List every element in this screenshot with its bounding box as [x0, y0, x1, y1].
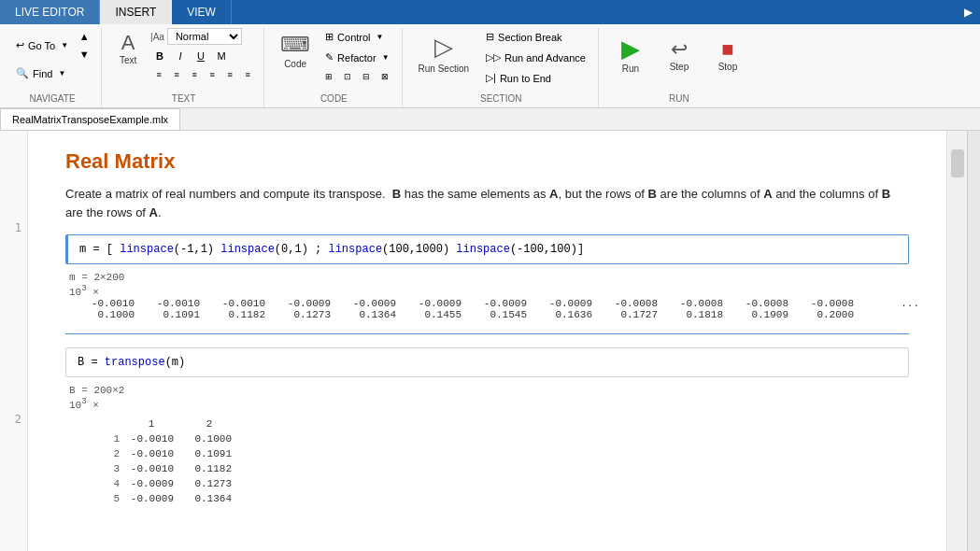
underline-button[interactable]: U	[192, 48, 210, 64]
indent-btn-3[interactable]: ≡	[186, 67, 203, 82]
text-big-button[interactable]: A Text	[111, 28, 145, 70]
run-button[interactable]: ▶ Run	[608, 28, 653, 80]
goto-arrow-icon: ▼	[61, 41, 68, 49]
text-label: TEXT	[111, 90, 256, 104]
side-panel	[967, 131, 980, 551]
indent-btn-1[interactable]: ≡	[150, 67, 167, 82]
table-row: 5 -0.0009 0.1364	[71, 492, 243, 505]
expand-icon[interactable]: ▶	[956, 0, 980, 24]
right-panel	[946, 131, 967, 551]
step-icon: ↩	[671, 37, 688, 62]
table-row: 1 -0.0010 0.1000	[71, 432, 243, 445]
tab-live-editor[interactable]: LIVE EDITOR	[0, 0, 100, 24]
document-tab[interactable]: RealMatrixTransposeExample.mlx	[0, 108, 180, 130]
navigate-up-button[interactable]: ▲	[75, 28, 93, 45]
indent-btn-5[interactable]: ≡	[221, 67, 238, 82]
tab-bar: LIVE EDITOR INSERT VIEW ▶	[0, 0, 980, 24]
output-2: B = 200×2 103 × 1 2 1 -0.0010 0.1000	[65, 385, 909, 508]
code-line-1: m = [ linspace(-1,1) linspace(0,1) ; lin…	[79, 243, 897, 256]
scrollbar-thumb[interactable]	[951, 149, 964, 177]
text-icon: A	[121, 33, 135, 53]
run-to-end-button[interactable]: ▷| Run to End	[481, 69, 590, 87]
table-row: 2 -0.0010 0.1091	[71, 447, 243, 460]
code-cell-2[interactable]: B = transpose(m)	[65, 347, 909, 377]
navigate-down-button[interactable]: ▼	[75, 46, 93, 63]
find-icon: 🔍	[16, 67, 29, 79]
code-cell-1[interactable]: m = [ linspace(-1,1) linspace(0,1) ; lin…	[65, 234, 909, 264]
output-1: m = 2×200 103 × -0.0010 -0.0010 -0.0010 …	[65, 272, 909, 320]
run-section-icon: ▷	[434, 33, 453, 62]
tab-insert[interactable]: INSERT	[100, 0, 172, 24]
section-label: SECTION	[412, 90, 590, 104]
run-advance-icon: ▷▷	[486, 51, 501, 64]
code-indent-3[interactable]: ⊟	[358, 69, 375, 84]
run-label: RUN	[608, 90, 750, 104]
output-dim-1: m = 2×200	[69, 272, 909, 283]
code-indent-4[interactable]: ⊠	[376, 69, 393, 84]
italic-button[interactable]: I	[171, 48, 190, 64]
table-row: 4 -0.0009 0.1273	[71, 477, 243, 490]
output-row-2: 0.1000 0.1091 0.1182 0.1273 0.1364 0.145…	[69, 309, 909, 320]
section-break-icon: ⊟	[486, 31, 494, 43]
code-icon: ⌨	[280, 33, 310, 57]
document-paragraph: Create a matrix of real numbers and comp…	[65, 185, 909, 221]
section-break-button[interactable]: ⊟ Section Break	[481, 28, 590, 46]
table-row: 3 -0.0010 0.1182	[71, 462, 243, 475]
monospace-button[interactable]: M	[212, 48, 231, 64]
tab-view[interactable]: VIEW	[172, 0, 232, 24]
code-line-2: B = transpose(m)	[78, 356, 897, 369]
matrix-table: 1 2 1 -0.0010 0.1000 2 -0.0010 0.1091	[69, 416, 245, 507]
control-icon: ⊞	[325, 31, 334, 43]
run-section-button[interactable]: ▷ Run Section	[412, 28, 476, 78]
style-label: |Aa	[150, 32, 164, 42]
code-button[interactable]: ⌨ Code	[274, 28, 317, 74]
output-row-1: -0.0010 -0.0010 -0.0010 -0.0009 -0.0009 …	[69, 298, 909, 309]
refactor-arrow-icon: ▼	[382, 53, 390, 62]
content-area: 1 2 Real Matrix Create a matrix of real …	[0, 131, 980, 551]
output-exp-1: 103 ×	[69, 283, 909, 298]
line-num-1: 1	[0, 220, 27, 236]
output-dim-2: B = 200×2	[69, 385, 909, 396]
stop-icon: ■	[721, 37, 733, 62]
ribbon: ↩ Go To ▼ ▲ ▼ 🔍 Find ▼ NAVIGATE	[0, 24, 980, 108]
navigate-group: ↩ Go To ▼ ▲ ▼ 🔍 Find ▼ NAVIGATE	[4, 28, 102, 107]
stop-button[interactable]: ■ Stop	[705, 31, 750, 78]
code-indent-1[interactable]: ⊞	[320, 69, 337, 84]
indent-btn-6[interactable]: ≡	[239, 67, 256, 82]
run-advance-button[interactable]: ▷▷ Run and Advance	[481, 49, 590, 66]
run-group: ▶ Run ↩ Step ■ Stop RUN	[601, 28, 758, 107]
run-to-end-icon: ▷|	[486, 72, 496, 84]
refactor-icon: ✎	[325, 51, 334, 64]
document-content[interactable]: Real Matrix Create a matrix of real numb…	[28, 131, 946, 551]
control-button[interactable]: ⊞ Control ▼	[320, 28, 394, 46]
goto-button[interactable]: ↩ Go To ▼	[11, 36, 73, 54]
ellipsis-1: ...	[854, 298, 919, 309]
indent-btn-2[interactable]: ≡	[168, 67, 185, 82]
run-icon: ▶	[621, 35, 640, 64]
bold-button[interactable]: B	[150, 48, 169, 64]
step-button[interactable]: ↩ Step	[657, 31, 702, 78]
line-num-2: 2	[0, 412, 27, 428]
find-arrow-icon: ▼	[58, 69, 65, 78]
section-group: ▷ Run Section ⊟ Section Break ▷▷ Run and…	[405, 28, 599, 107]
code-indent-2[interactable]: ⊡	[339, 69, 356, 84]
document-tab-bar: RealMatrixTransposeExample.mlx	[0, 108, 980, 131]
style-dropdown[interactable]: Normal Heading 1 Heading 2 Code	[167, 28, 242, 45]
indent-btn-4[interactable]: ≡	[204, 67, 220, 82]
line-numbers: 1 2	[0, 131, 28, 551]
control-arrow-icon: ▼	[376, 33, 384, 41]
code-label: CODE	[274, 90, 394, 104]
goto-icon: ↩	[16, 39, 24, 51]
refactor-button[interactable]: ✎ Refactor ▼	[320, 49, 394, 66]
find-button[interactable]: 🔍 Find ▼	[11, 64, 70, 82]
navigate-label: NAVIGATE	[11, 90, 93, 104]
document-title: Real Matrix	[65, 149, 909, 174]
section-divider	[65, 333, 909, 334]
output-exp-2: 103 ×	[69, 396, 909, 411]
text-group: A Text |Aa Normal Heading 1 Heading 2 Co…	[104, 28, 264, 107]
code-group: ⌨ Code ⊞ Control ▼ ✎ Refactor ▼ ⊞ ⊡	[266, 28, 403, 107]
